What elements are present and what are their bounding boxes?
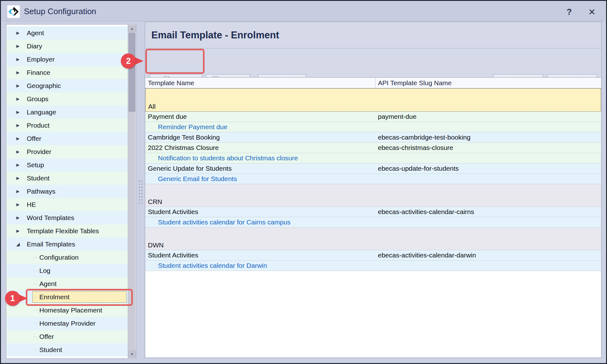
template-description-row[interactable]: Notification to students about Christmas… xyxy=(145,153,601,163)
sidebar-item-label: Homestay Provider xyxy=(39,320,96,327)
template-row[interactable]: Student Activitiesebecas-activities-cale… xyxy=(145,250,601,261)
template-description-row[interactable]: Student activities calendar for Darwin xyxy=(145,261,601,271)
chevron-collapsed-icon[interactable]: ▶ xyxy=(15,79,21,92)
chevron-collapsed-icon[interactable]: ▶ xyxy=(15,66,21,79)
group-label: CRN xyxy=(148,198,162,206)
template-row[interactable]: 2022 Christmas Closureebecas-christmas-c… xyxy=(145,143,601,153)
sidebar-item-provider[interactable]: ▶Provider xyxy=(7,145,128,158)
close-icon[interactable]: ✕ xyxy=(585,5,599,19)
sidebar-item-student[interactable]: Student xyxy=(7,343,128,356)
chevron-collapsed-icon[interactable]: ▶ xyxy=(15,172,21,185)
sidebar-item-employer[interactable]: ▶Employer xyxy=(7,53,128,66)
template-slug-cell: ebecas-christmas-closure xyxy=(375,143,601,153)
email-template-grid: Template Name API Template Slug Name All… xyxy=(145,77,601,357)
sidebar-item-log[interactable]: Log xyxy=(7,264,128,277)
group-label: All xyxy=(148,103,155,110)
group-row-crn[interactable]: CRN xyxy=(145,184,601,207)
template-row[interactable]: Payment duepayment-due xyxy=(145,112,601,122)
sidebar-scrollbar[interactable]: ▲ ▼ xyxy=(128,25,136,358)
template-description-link[interactable]: Generic Email for Students xyxy=(158,174,237,184)
template-row[interactable]: Generic Update for Studentsebecas-update… xyxy=(145,163,601,174)
sidebar-item-configuration[interactable]: Configuration xyxy=(7,251,128,264)
email-template-panel: Email Template - Enrolment New Delete xyxy=(145,22,602,358)
chevron-collapsed-icon[interactable]: ▶ xyxy=(15,211,21,224)
sidebar-item-label: Geographic xyxy=(27,82,61,89)
sidebar-item-groups[interactable]: ▶Groups xyxy=(7,92,128,106)
chevron-collapsed-icon[interactable]: ▶ xyxy=(15,92,21,106)
template-name-cell: Student Activities xyxy=(145,207,375,217)
sidebar-item-product[interactable]: ▶Product xyxy=(7,119,128,132)
sidebar-item-label: Agent xyxy=(39,280,57,287)
sidebar-item-label: Setup xyxy=(27,161,44,168)
template-description-link[interactable]: Student activities calendar for Cairns c… xyxy=(158,217,290,227)
chevron-collapsed-icon[interactable]: ▶ xyxy=(15,53,21,66)
group-row-all[interactable]: All xyxy=(145,88,601,112)
template-row[interactable]: Student Activitiesebecas-activities-cale… xyxy=(145,207,601,217)
sidebar-item-label: Offer xyxy=(39,333,54,340)
chevron-collapsed-icon[interactable]: ▶ xyxy=(15,224,21,238)
sidebar-item-setup[interactable]: ▶Setup xyxy=(7,158,128,172)
sidebar-item-label: Log xyxy=(39,267,50,274)
panel-splitter-grip[interactable] xyxy=(138,179,143,205)
sidebar-item-template-flexible-tables[interactable]: ▶Template Flexible Tables xyxy=(7,224,128,238)
column-header-api-slug[interactable]: API Template Slug Name xyxy=(375,78,601,88)
group-row-dwn[interactable]: DWN xyxy=(145,228,601,250)
chevron-collapsed-icon[interactable]: ▶ xyxy=(15,119,21,132)
sidebar-item-email-templates[interactable]: ◢Email Templates xyxy=(7,238,128,251)
sidebar-item-label: Offer xyxy=(27,135,41,142)
sidebar-item-agent[interactable]: ▶Agent xyxy=(7,26,128,40)
template-description-link[interactable]: Notification to students about Christmas… xyxy=(158,153,298,163)
grid-header-row: Template Name API Template Slug Name xyxy=(145,78,601,88)
sidebar-item-finance[interactable]: ▶Finance xyxy=(7,66,128,79)
sidebar-item-label: Finance xyxy=(27,69,50,76)
template-description-link[interactable]: Student activities calendar for Darwin xyxy=(158,261,267,271)
sidebar-item-diary[interactable]: ▶Diary xyxy=(7,40,128,53)
sidebar-item-offer[interactable]: Offer xyxy=(7,330,128,343)
help-icon[interactable]: ? xyxy=(562,5,576,19)
chevron-collapsed-icon[interactable]: ▶ xyxy=(15,132,21,145)
column-header-template-name[interactable]: Template Name xyxy=(145,78,375,88)
template-name-cell: Cambridge Test Booking xyxy=(145,132,375,142)
sidebar-item-label: Product xyxy=(27,122,49,129)
template-description-row[interactable]: Reminder Payment due xyxy=(145,122,601,132)
sidebar-item-offer[interactable]: ▶Offer xyxy=(7,132,128,145)
chevron-collapsed-icon[interactable]: ▶ xyxy=(15,106,21,119)
chevron-collapsed-icon[interactable]: ▶ xyxy=(15,198,21,211)
template-slug-cell: ebecas-update-for-students xyxy=(375,163,601,174)
sidebar-item-geographic[interactable]: ▶Geographic xyxy=(7,79,128,92)
sidebar-item-label: Homestay Placement xyxy=(39,306,102,314)
sidebar-item-pathways[interactable]: ▶Pathways xyxy=(7,185,128,198)
setup-sidebar-panel: ▶Agent▶Diary▶Employer▶Finance▶Geographic… xyxy=(6,24,136,359)
template-description-link[interactable]: Reminder Payment due xyxy=(158,122,228,132)
chevron-collapsed-icon[interactable]: ▶ xyxy=(15,158,21,172)
sidebar-item-he[interactable]: ▶HE xyxy=(7,198,128,211)
template-slug-cell: ebecas-cambridge-test-booking xyxy=(375,132,601,142)
sidebar-item-label: Template Flexible Tables xyxy=(27,227,99,234)
sidebar-item-label: HE xyxy=(27,201,36,208)
chevron-collapsed-icon[interactable]: ▶ xyxy=(15,40,21,53)
sidebar-item-student[interactable]: ▶Student xyxy=(7,172,128,185)
chevron-collapsed-icon[interactable]: ▶ xyxy=(15,185,21,198)
window-titlebar: Setup Configuration ? ✕ xyxy=(2,2,605,21)
sidebar-item-homestay-provider[interactable]: Homestay Provider xyxy=(7,317,128,330)
sidebar-item-label: Email Templates xyxy=(27,240,75,248)
template-description-row[interactable]: Generic Email for Students xyxy=(145,174,601,184)
scrollbar-thumb[interactable] xyxy=(129,33,135,112)
template-description-row[interactable]: Student activities calendar for Cairns c… xyxy=(145,217,601,228)
sidebar-item-label: Agent xyxy=(27,29,44,36)
scroll-down-icon[interactable]: ▼ xyxy=(128,350,136,358)
chevron-expanded-icon[interactable]: ◢ xyxy=(15,238,21,251)
sidebar-item-agent[interactable]: Agent xyxy=(7,277,128,290)
chevron-collapsed-icon[interactable]: ▶ xyxy=(15,26,21,40)
callout-number: 2 xyxy=(121,53,136,69)
chevron-collapsed-icon[interactable]: ▶ xyxy=(15,145,21,158)
app-logo-icon xyxy=(7,5,20,18)
sidebar-item-word-templates[interactable]: ▶Word Templates xyxy=(7,211,128,224)
template-row[interactable]: Cambridge Test Bookingebecas-cambridge-t… xyxy=(145,132,601,143)
annotation-highlight-new-button xyxy=(145,49,205,74)
sidebar-item-language[interactable]: ▶Language xyxy=(7,106,128,119)
sidebar-item-label: Student xyxy=(27,174,49,182)
template-slug-cell: payment-due xyxy=(375,112,601,122)
group-label: DWN xyxy=(148,241,164,249)
scroll-up-icon[interactable]: ▲ xyxy=(128,25,136,32)
